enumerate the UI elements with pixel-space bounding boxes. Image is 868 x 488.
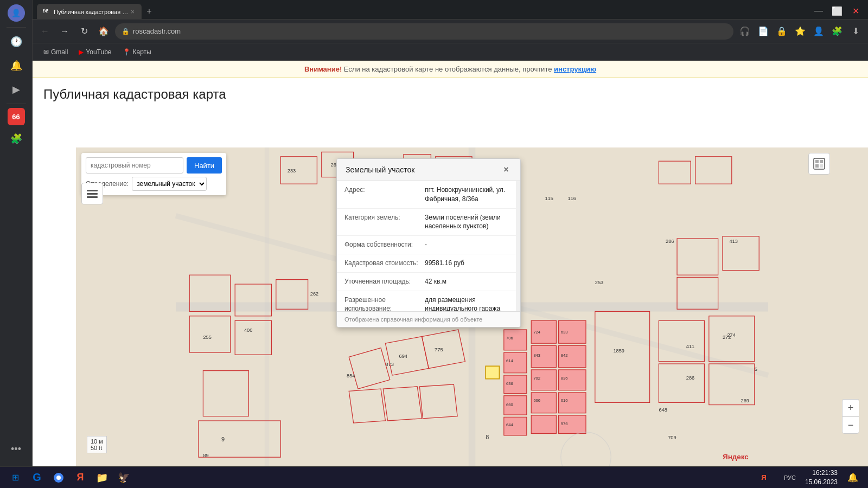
- browser2-taskbar-btn[interactable]: Я: [71, 468, 90, 487]
- bookmarks-bar: ✉ Gmail ▶ YouTube 📍 Карты: [33, 43, 868, 61]
- browser-sidebar: 👤 🕐 🔔 ▶ 66 🧩 •••: [0, 0, 33, 466]
- address-bar[interactable]: 🔒 roscadastr.com: [115, 23, 733, 40]
- refresh-btn[interactable]: ↻: [76, 23, 92, 40]
- toolbar-icons: 🎧 📄 🔒 ⭐ 👤 🧩 ⬇: [737, 23, 864, 40]
- svg-text:666: 666: [533, 398, 540, 403]
- svg-rect-30: [559, 393, 586, 413]
- map-container[interactable]: 233 263 406 262 255 400 854 873 286 413 …: [76, 147, 868, 466]
- zoom-out-btn[interactable]: −: [842, 416, 859, 434]
- definition-select[interactable]: земельный участок: [132, 177, 207, 191]
- svg-text:9: 9: [221, 436, 225, 442]
- profile-icon-btn[interactable]: 👤: [810, 23, 827, 40]
- tab-close-btn[interactable]: ×: [130, 7, 136, 17]
- search-button[interactable]: Найти: [187, 157, 222, 174]
- warning-link[interactable]: инструкцию: [554, 65, 596, 73]
- svg-text:775: 775: [435, 347, 443, 352]
- page-title: Публичная кадастровая карта: [43, 87, 857, 102]
- bookmark-star-btn[interactable]: ⭐: [792, 23, 808, 40]
- bookmark-gmail[interactable]: ✉ Gmail: [39, 47, 72, 57]
- reader-icon-btn[interactable]: 📄: [755, 23, 771, 40]
- svg-rect-98: [815, 164, 819, 168]
- popup-field-value: -: [425, 240, 513, 249]
- bookmark-youtube[interactable]: ▶ YouTube: [74, 47, 116, 57]
- page-content: Внимание! Если на кадастровой карте не о…: [33, 61, 868, 466]
- svg-text:233: 233: [288, 168, 296, 174]
- headphones-icon-btn[interactable]: 🎧: [737, 23, 753, 40]
- explorer-taskbar-btn[interactable]: 📁: [92, 468, 112, 487]
- popup-field-label: Категория земель:: [344, 213, 420, 232]
- svg-text:253: 253: [595, 280, 603, 285]
- popup-field-value: Земли поселений (земли населенных пункто…: [425, 213, 513, 232]
- system-tray[interactable]: РУС: [780, 468, 800, 487]
- svg-text:616: 616: [561, 398, 568, 403]
- mail-taskbar-btn[interactable]: 🦅: [114, 468, 133, 487]
- sidebar-play-btn[interactable]: ▶: [5, 79, 27, 100]
- popup-field-value: для размещения индивидуального гаража: [425, 296, 513, 311]
- map-type-btn[interactable]: [808, 153, 830, 175]
- popup-field-value: пгт. Новокручининский, ул. Фабричная, 8/…: [425, 185, 513, 204]
- svg-rect-96: [815, 160, 819, 163]
- forward-btn[interactable]: →: [56, 23, 73, 40]
- svg-text:8: 8: [486, 434, 489, 440]
- popup-field-value: 42 кв.м: [425, 277, 513, 286]
- sidebar-extensions-btn[interactable]: 🧩: [5, 128, 27, 150]
- scale-metric: 10 м: [91, 438, 103, 445]
- bookmark-maps[interactable]: 📍 Карты: [118, 47, 156, 57]
- mail-icon: 🦅: [118, 472, 130, 484]
- popup-field-row: Адрес: пгт. Новокручининский, ул. Фабрич…: [337, 181, 520, 209]
- popup-title: Земельный участок: [346, 165, 414, 174]
- search-panel: Найти Определение: земельный участок: [81, 153, 226, 195]
- close-btn[interactable]: ✕: [847, 3, 864, 19]
- sidebar-divider2: [7, 104, 26, 104]
- download-icon-btn[interactable]: ⬇: [847, 23, 864, 40]
- search-taskbar-btn[interactable]: G: [27, 468, 47, 487]
- svg-text:706: 706: [506, 336, 513, 341]
- map-layers-btn[interactable]: [81, 183, 103, 204]
- svg-text:272: 272: [723, 335, 731, 340]
- gmail-icon: ✉: [43, 48, 49, 56]
- popup-field-row: Кадастровая стоимость: 99581.16 руб: [337, 254, 520, 273]
- start-btn[interactable]: ⊞: [5, 468, 25, 487]
- sidebar-more-btn[interactable]: •••: [5, 438, 27, 460]
- active-tab[interactable]: 🗺 Публичная кадастровая карта ×: [37, 4, 142, 19]
- back-btn[interactable]: ←: [37, 23, 53, 40]
- extensions-icon-btn[interactable]: 🧩: [829, 23, 845, 40]
- address-bar-row: ← → ↻ 🏠 🔒 roscadastr.com 🎧 📄 🔒 ⭐ 👤 🧩 ⬇: [33, 20, 868, 43]
- yandex-logo-taskbar[interactable]: Я: [754, 468, 774, 487]
- sidebar-badge-66[interactable]: 66: [8, 108, 25, 125]
- popup-close-btn[interactable]: ×: [501, 164, 512, 175]
- popup-scrollbar[interactable]: [516, 181, 520, 311]
- user-avatar[interactable]: 👤: [8, 4, 25, 22]
- search-row: Найти: [86, 157, 222, 174]
- scale-imperial: 50 ft: [91, 445, 103, 451]
- tab-label: Публичная кадастровая карта: [54, 9, 130, 15]
- svg-text:115: 115: [545, 196, 553, 201]
- svg-text:400: 400: [244, 328, 252, 333]
- cadastral-search-input[interactable]: [86, 157, 183, 174]
- chrome-taskbar-btn[interactable]: [49, 468, 68, 487]
- minimize-btn[interactable]: —: [810, 3, 827, 19]
- definition-row: Определение: земельный участок: [86, 177, 222, 191]
- search-taskbar-icon: G: [33, 471, 41, 484]
- map-controls: + −: [842, 399, 859, 434]
- svg-text:648: 648: [659, 407, 667, 413]
- svg-text:836: 836: [561, 376, 568, 381]
- sidebar-notifications-btn[interactable]: 🔔: [5, 55, 27, 76]
- taskbar-date-display: 15.06.2023: [805, 478, 838, 487]
- warning-banner: Внимание! Если на кадастровой карте не о…: [33, 61, 868, 78]
- lock-icon-btn[interactable]: 🔒: [774, 23, 790, 40]
- popup-body[interactable]: Адрес: пгт. Новокручининский, ул. Фабрич…: [337, 181, 520, 311]
- info-popup: Земельный участок × Адрес: пгт. Новокруч…: [336, 158, 521, 328]
- taskbar-clock: 16:21:33 15.06.2023: [805, 468, 838, 487]
- new-tab-btn[interactable]: +: [142, 4, 157, 19]
- sidebar-history-btn[interactable]: 🕐: [5, 31, 27, 53]
- notifications-btn[interactable]: 🔔: [843, 468, 863, 487]
- home-btn[interactable]: 🏠: [95, 23, 112, 40]
- maximize-btn[interactable]: ⬜: [829, 3, 845, 19]
- svg-rect-26: [531, 415, 556, 434]
- lock-icon: 🔒: [122, 28, 130, 35]
- zoom-in-btn[interactable]: +: [842, 399, 859, 416]
- system-tray-text: РУС: [784, 474, 796, 481]
- svg-rect-94: [87, 196, 98, 198]
- svg-text:854: 854: [347, 373, 355, 378]
